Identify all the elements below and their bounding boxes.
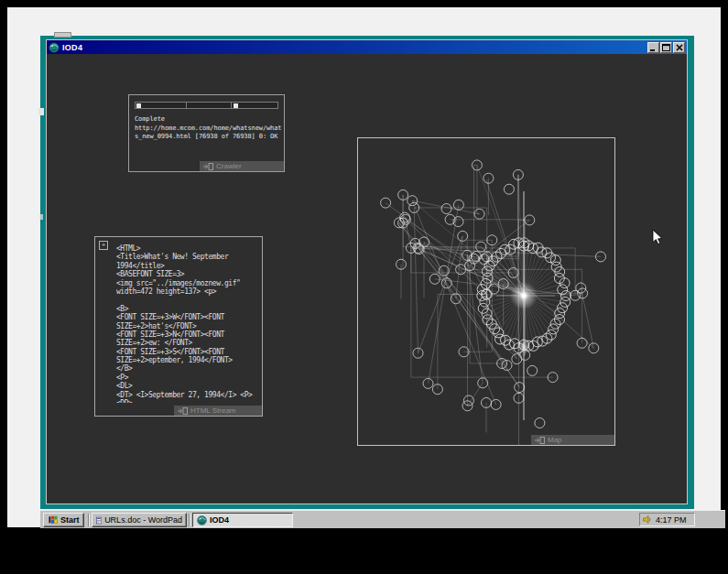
code-line: <DT> <I>September 27, 1994</I> <P> (116, 391, 260, 399)
crawler-status-line: http://home.mcom.com/home/whatsnew/what (135, 125, 281, 132)
video-frame: IOD4 (0, 0, 728, 574)
slider-thumb[interactable] (136, 103, 141, 108)
left-border-tick (39, 214, 43, 220)
taskbar-task-label: IOD4 (210, 515, 229, 525)
site-map-graph[interactable] (358, 138, 614, 445)
taskbar: Start URLs.doc - WordPad IOD4 (40, 510, 725, 528)
slider-thumb[interactable] (234, 103, 238, 108)
code-line: <BASEFONT SIZE=3> (116, 270, 260, 278)
code-line: SIZE=+2>ew: </FONT> (116, 339, 260, 347)
maximize-button[interactable] (660, 42, 672, 53)
code-line: <img src="../images/moznew.gif" (116, 279, 260, 287)
html-stream-tab-label: HTML Stream (190, 406, 236, 415)
html-stream-tab[interactable]: HTML Stream (174, 406, 262, 416)
expand-toggle[interactable]: + (99, 241, 108, 250)
code-line: width=472 height=137> <p> (116, 287, 260, 296)
window-top-notch (54, 32, 71, 38)
volume-icon[interactable] (643, 515, 652, 524)
maximize-icon (662, 44, 670, 51)
iod4-window: IOD4 (40, 36, 694, 509)
code-line: <FONT SIZE=+3>W</FONT><FONT (116, 313, 260, 321)
code-line: SIZE=+2>eptember, 1994</FONT> (116, 356, 260, 364)
window-inner-frame: IOD4 (46, 39, 688, 504)
dock-arrow-icon (535, 437, 545, 444)
close-button[interactable] (673, 42, 685, 53)
system-tray: 4:17 PM (639, 513, 695, 526)
html-source-view: <HTML><Title>What's New! September1994</… (116, 244, 260, 403)
code-line: </B> (116, 364, 260, 373)
html-stream-panel: + <HTML><Title>What's New! September1994… (94, 236, 263, 417)
slider-divider (186, 103, 187, 108)
iod4-app-icon (197, 515, 207, 525)
dock-arrow-icon (178, 407, 188, 415)
wordpad-doc-icon (96, 515, 102, 525)
start-label: Start (60, 515, 80, 525)
crawler-status-line: Complete (135, 115, 165, 123)
taskbar-separator (189, 514, 190, 526)
map-panel: Map (357, 137, 615, 446)
crawler-tab-label: Crawler (216, 162, 242, 170)
code-line: <DL> (116, 382, 260, 390)
map-tab-label: Map (548, 436, 562, 444)
code-line: <Title>What's New! September (116, 253, 260, 261)
code-line: <P> (116, 374, 260, 382)
window-title: IOD4 (62, 43, 82, 52)
windows-logo-icon (48, 515, 58, 525)
minimize-icon (649, 44, 657, 51)
minimize-button[interactable] (647, 42, 659, 53)
window-body: Complete http://home.mcom.com/home/whats… (47, 54, 687, 504)
crawler-status-line: s_new_0994.html [76938 of 76938] 0: OK (135, 133, 277, 140)
taskbar-task-wordpad[interactable]: URLs.doc - WordPad (92, 513, 187, 527)
start-button[interactable]: Start (43, 513, 84, 527)
taskbar-task-iod4[interactable]: IOD4 (192, 513, 293, 527)
iod4-app-icon (49, 42, 60, 53)
crawler-tab[interactable]: Crawler (200, 161, 284, 171)
map-tab[interactable]: Map (531, 435, 614, 445)
slider-divider (231, 103, 232, 108)
taskbar-separator (88, 514, 90, 526)
titlebar-buttons (647, 42, 685, 53)
code-line: <B> (116, 305, 260, 313)
code-line: <FONT SIZE=+3>S</FONT><FONT (116, 348, 260, 356)
code-line: <FONT SIZE=+3>N</FONT><FONT (116, 330, 260, 339)
close-icon (676, 44, 683, 51)
crawler-progress-slider[interactable] (135, 102, 278, 109)
crawler-status-text: Complete http://home.mcom.com/home/whats… (135, 115, 282, 142)
left-border-tick (38, 108, 44, 115)
code-line: <DD> (116, 399, 260, 403)
tray-clock: 4:17 PM (656, 515, 687, 525)
mouse-cursor (652, 229, 663, 245)
code-line: SIZE=+2>hat's</FONT> (116, 322, 260, 330)
code-line: <HTML> (116, 244, 260, 253)
code-line (116, 296, 260, 304)
crawler-panel: Complete http://home.mcom.com/home/whats… (128, 94, 285, 172)
code-line: 1994</title> (116, 262, 260, 270)
taskbar-task-label: URLs.doc - WordPad (104, 515, 182, 525)
dock-arrow-icon (203, 163, 213, 170)
titlebar[interactable]: IOD4 (47, 40, 687, 54)
